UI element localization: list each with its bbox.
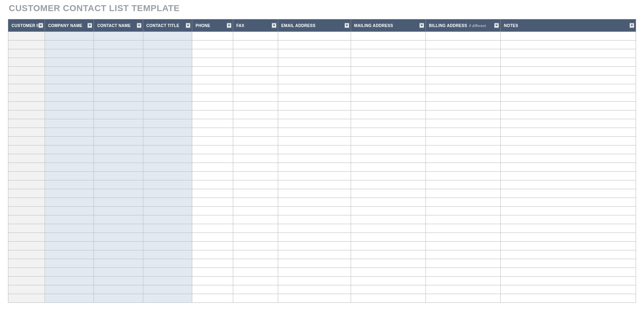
table-cell[interactable] <box>278 110 351 119</box>
table-cell[interactable] <box>501 268 636 277</box>
table-cell[interactable] <box>278 145 351 154</box>
column-header[interactable]: EMAIL ADDRESS <box>278 19 351 32</box>
table-cell[interactable] <box>8 41 45 49</box>
table-cell[interactable] <box>233 172 278 180</box>
table-cell[interactable] <box>278 102 351 110</box>
table-cell[interactable] <box>425 233 500 242</box>
table-cell[interactable] <box>143 102 192 110</box>
table-cell[interactable] <box>192 154 233 163</box>
table-cell[interactable] <box>94 137 143 145</box>
table-cell[interactable] <box>351 294 425 303</box>
table-cell[interactable] <box>351 154 425 163</box>
table-cell[interactable] <box>278 154 351 163</box>
table-cell[interactable] <box>8 93 45 102</box>
table-cell[interactable] <box>94 154 143 163</box>
table-cell[interactable] <box>94 110 143 119</box>
table-cell[interactable] <box>94 233 143 242</box>
table-cell[interactable] <box>351 41 425 49</box>
table-cell[interactable] <box>425 215 500 224</box>
table-cell[interactable] <box>192 145 233 154</box>
table-cell[interactable] <box>501 189 636 198</box>
table-cell[interactable] <box>351 233 425 242</box>
table-cell[interactable] <box>143 233 192 242</box>
table-cell[interactable] <box>8 49 45 58</box>
column-header[interactable]: COMPANY NAME <box>45 19 94 32</box>
table-cell[interactable] <box>501 102 636 110</box>
table-cell[interactable] <box>143 145 192 154</box>
table-cell[interactable] <box>45 259 94 268</box>
table-cell[interactable] <box>501 163 636 172</box>
table-cell[interactable] <box>501 67 636 76</box>
table-cell[interactable] <box>8 110 45 119</box>
table-cell[interactable] <box>192 84 233 93</box>
table-cell[interactable] <box>425 242 500 250</box>
table-cell[interactable] <box>501 76 636 84</box>
table-cell[interactable] <box>233 102 278 110</box>
table-cell[interactable] <box>192 32 233 41</box>
table-cell[interactable] <box>233 119 278 128</box>
table-cell[interactable] <box>278 233 351 242</box>
table-cell[interactable] <box>351 93 425 102</box>
table-cell[interactable] <box>501 259 636 268</box>
table-cell[interactable] <box>351 268 425 277</box>
table-cell[interactable] <box>143 76 192 84</box>
table-cell[interactable] <box>143 67 192 76</box>
table-cell[interactable] <box>351 76 425 84</box>
table-cell[interactable] <box>8 277 45 285</box>
table-cell[interactable] <box>425 154 500 163</box>
table-cell[interactable] <box>351 180 425 189</box>
table-cell[interactable] <box>94 207 143 215</box>
filter-dropdown-icon[interactable] <box>344 23 349 28</box>
table-cell[interactable] <box>233 268 278 277</box>
column-header[interactable]: BILLING ADDRESS if different <box>425 19 500 32</box>
table-cell[interactable] <box>143 163 192 172</box>
table-cell[interactable] <box>425 84 500 93</box>
table-cell[interactable] <box>351 49 425 58</box>
table-cell[interactable] <box>94 32 143 41</box>
table-cell[interactable] <box>233 154 278 163</box>
filter-dropdown-icon[interactable] <box>419 23 424 28</box>
table-cell[interactable] <box>45 163 94 172</box>
table-cell[interactable] <box>233 277 278 285</box>
table-cell[interactable] <box>425 58 500 67</box>
table-cell[interactable] <box>278 67 351 76</box>
table-cell[interactable] <box>233 250 278 259</box>
table-cell[interactable] <box>8 76 45 84</box>
table-cell[interactable] <box>501 250 636 259</box>
table-cell[interactable] <box>94 277 143 285</box>
table-cell[interactable] <box>278 189 351 198</box>
column-header[interactable]: CONTACT TITLE <box>143 19 192 32</box>
table-cell[interactable] <box>8 32 45 41</box>
table-cell[interactable] <box>8 145 45 154</box>
table-cell[interactable] <box>501 145 636 154</box>
filter-dropdown-icon[interactable] <box>87 23 92 28</box>
table-cell[interactable] <box>94 294 143 303</box>
table-cell[interactable] <box>45 76 94 84</box>
table-cell[interactable] <box>45 242 94 250</box>
table-cell[interactable] <box>351 277 425 285</box>
table-cell[interactable] <box>143 137 192 145</box>
table-cell[interactable] <box>501 277 636 285</box>
table-cell[interactable] <box>45 32 94 41</box>
table-cell[interactable] <box>278 58 351 67</box>
table-cell[interactable] <box>501 207 636 215</box>
table-cell[interactable] <box>425 172 500 180</box>
table-cell[interactable] <box>278 49 351 58</box>
table-cell[interactable] <box>45 233 94 242</box>
table-cell[interactable] <box>501 49 636 58</box>
table-cell[interactable] <box>192 285 233 294</box>
table-cell[interactable] <box>94 215 143 224</box>
table-cell[interactable] <box>192 207 233 215</box>
table-cell[interactable] <box>351 172 425 180</box>
table-cell[interactable] <box>143 259 192 268</box>
table-cell[interactable] <box>45 41 94 49</box>
filter-dropdown-icon[interactable] <box>629 23 634 28</box>
filter-dropdown-icon[interactable] <box>271 23 277 28</box>
table-cell[interactable] <box>351 259 425 268</box>
table-cell[interactable] <box>425 268 500 277</box>
table-cell[interactable] <box>8 198 45 207</box>
table-cell[interactable] <box>501 242 636 250</box>
table-cell[interactable] <box>425 224 500 233</box>
table-cell[interactable] <box>501 110 636 119</box>
table-cell[interactable] <box>143 207 192 215</box>
